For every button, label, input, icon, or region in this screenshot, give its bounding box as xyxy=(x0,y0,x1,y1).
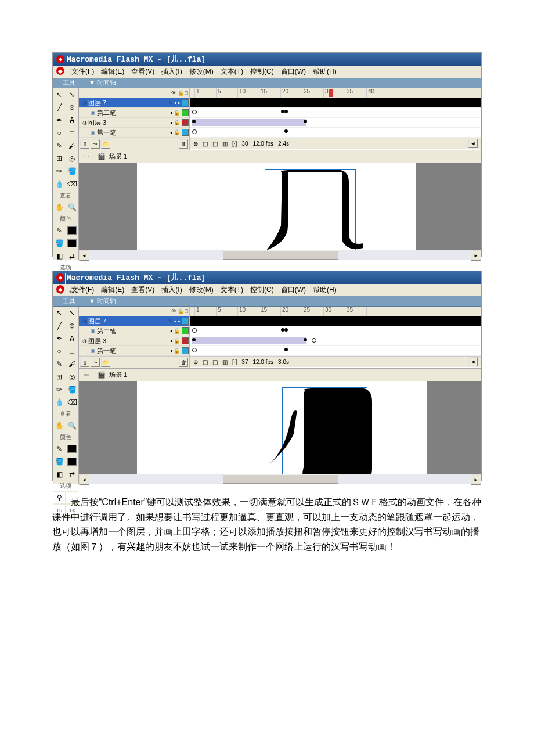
lock-column-icon[interactable]: 🔒 xyxy=(178,308,184,314)
add-guide-button[interactable]: ⤳ xyxy=(91,139,100,149)
layer-row[interactable]: ◑ 图层 7 ✎ •• xyxy=(79,316,189,326)
scroll-left[interactable]: ◄ xyxy=(468,139,478,148)
center-frame-icon[interactable]: ⊕ xyxy=(193,141,198,147)
paint-bucket-tool[interactable]: 🪣 xyxy=(66,383,78,396)
frames-panel[interactable]: 1 5 10 15 20 25 30 35 xyxy=(190,307,481,368)
menu-view[interactable]: 查看(V) xyxy=(131,285,154,295)
fill-color[interactable]: 🪣 xyxy=(53,237,66,250)
fill-transform-tool[interactable]: ◎ xyxy=(66,152,78,165)
lock-column-icon[interactable]: 🔒 xyxy=(178,90,184,96)
add-folder-button[interactable]: 📁 xyxy=(101,358,110,367)
layer-row[interactable]: ◑ 图层 3 • 🔒 xyxy=(79,118,189,128)
timeline-ruler[interactable]: 1 5 10 15 20 25 30 35 40 xyxy=(190,88,481,98)
menu-insert[interactable]: 插入(I) xyxy=(161,285,182,295)
swap-colors[interactable]: ⇄ xyxy=(66,250,78,262)
layer-row[interactable]: ▣ 第一笔 • 🔒 xyxy=(79,128,189,138)
menu-edit[interactable]: 编辑(E) xyxy=(101,285,124,295)
text-tool[interactable]: A xyxy=(66,332,78,345)
outline-column-icon[interactable]: □ xyxy=(185,308,188,314)
ink-tool[interactable]: ✑ xyxy=(53,383,66,396)
layer-row[interactable]: ▣ 第二笔 • 🔒 xyxy=(79,108,189,118)
stroke-color[interactable]: ✎ xyxy=(53,442,66,455)
scroll-right-button[interactable]: ► xyxy=(471,250,481,261)
menu-help[interactable]: 帮助(H) xyxy=(313,67,337,77)
markers-icon[interactable]: [·] xyxy=(232,141,237,147)
delete-layer-button[interactable]: 🗑 xyxy=(179,139,188,149)
h-scrollbar[interactable]: ◄ ► xyxy=(79,474,481,484)
eye-column-icon[interactable]: 👁 xyxy=(171,90,176,96)
timeline-ruler[interactable]: 1 5 10 15 20 25 30 35 xyxy=(190,307,481,316)
eyedropper-tool[interactable]: 💧 xyxy=(53,178,66,190)
menu-file[interactable]: 文件(F) xyxy=(71,67,94,77)
fill-color[interactable]: 🪣 xyxy=(53,455,66,468)
back-arrow-icon[interactable]: ⇦ xyxy=(84,371,89,379)
arrow-tool[interactable]: ↖ xyxy=(53,307,66,319)
scene-name[interactable]: 场景 1 xyxy=(109,370,127,379)
brush-tool[interactable]: 🖌 xyxy=(66,358,78,370)
arrow-tool[interactable]: ↖ xyxy=(53,88,66,101)
h-scrollbar[interactable]: ◄ ► xyxy=(79,250,481,260)
paint-bucket-tool[interactable]: 🪣 xyxy=(66,165,78,178)
rect-tool[interactable]: □ xyxy=(66,345,78,358)
line-tool[interactable]: ╱ xyxy=(53,101,66,114)
menu-window[interactable]: 窗口(W) xyxy=(281,67,306,77)
onion-icon[interactable]: ◫ xyxy=(203,141,208,147)
menu-edit[interactable]: 编辑(E) xyxy=(101,67,124,77)
swap-colors[interactable]: ⇄ xyxy=(66,468,78,481)
eraser-tool[interactable]: ⌫ xyxy=(66,178,78,190)
scroll-left-button[interactable]: ◄ xyxy=(79,474,89,485)
brush-tool[interactable]: 🖌 xyxy=(66,139,78,152)
subselect-tool[interactable]: ⤡ xyxy=(66,307,78,319)
default-colors[interactable]: ◧ xyxy=(53,468,66,481)
back-arrow-icon[interactable]: ⇦ xyxy=(84,153,89,160)
onion-outline-icon[interactable]: ◫ xyxy=(212,141,218,147)
eraser-tool[interactable]: ⌫ xyxy=(66,396,78,409)
menu-help[interactable]: 帮助(H) xyxy=(313,285,337,295)
menu-insert[interactable]: 插入(I) xyxy=(161,67,182,77)
scroll-right-button[interactable]: ► xyxy=(471,474,481,485)
scroll-left-button[interactable]: ◄ xyxy=(79,250,89,261)
fill-transform-tool[interactable]: ◎ xyxy=(66,370,78,383)
frames-panel[interactable]: 1 5 10 15 20 25 30 35 40 xyxy=(190,88,481,150)
transform-tool[interactable]: ⊞ xyxy=(53,152,66,165)
text-tool[interactable]: A xyxy=(66,114,78,127)
ink-tool[interactable]: ✑ xyxy=(53,165,66,178)
menu-window[interactable]: 窗口(W) xyxy=(281,285,306,295)
stroke-color[interactable]: ✎ xyxy=(53,224,66,237)
menu-control[interactable]: 控制(C) xyxy=(250,285,274,295)
hand-tool[interactable]: ✋ xyxy=(53,201,66,214)
add-guide-button[interactable]: ⤳ xyxy=(91,358,100,367)
delete-layer-button[interactable]: 🗑 xyxy=(179,358,188,367)
stroke-swatch[interactable] xyxy=(66,442,78,455)
menu-text[interactable]: 文本(T) xyxy=(221,67,243,77)
timeline-panel-header[interactable]: ▼ 时间轴 xyxy=(85,78,481,88)
rect-tool[interactable]: □ xyxy=(66,127,78,139)
eye-column-icon[interactable]: 👁 xyxy=(171,308,176,314)
line-tool[interactable]: ╱ xyxy=(53,319,66,332)
fill-swatch[interactable] xyxy=(66,455,78,468)
layer-row[interactable]: ◑ 图层 7 ✎ •• xyxy=(79,98,189,108)
zoom-tool[interactable]: 🔍 xyxy=(66,419,78,432)
multi-frame-icon[interactable]: ▥ xyxy=(222,141,228,147)
menu-file[interactable]: 文件(F) xyxy=(71,285,94,295)
outline-column-icon[interactable]: □ xyxy=(185,90,188,96)
scene-name[interactable]: 场景 1 xyxy=(109,152,127,161)
add-layer-button[interactable]: ▯ xyxy=(80,139,89,149)
transform-tool[interactable]: ⊞ xyxy=(53,370,66,383)
multi-frame-icon[interactable]: ▥ xyxy=(222,359,228,365)
add-folder-button[interactable]: 📁 xyxy=(101,139,110,149)
markers-icon[interactable]: [·] xyxy=(232,359,237,365)
lasso-tool[interactable]: ⊙ xyxy=(66,101,78,114)
oval-tool[interactable]: ○ xyxy=(53,127,66,139)
hand-tool[interactable]: ✋ xyxy=(53,419,66,432)
center-frame-icon[interactable]: ⊕ xyxy=(193,359,198,365)
pencil-tool[interactable]: ✎ xyxy=(53,358,66,370)
pen-tool[interactable]: ✒ xyxy=(53,332,66,345)
layer-row[interactable]: ▣ 第二笔 • 🔒 xyxy=(79,326,189,336)
option-magnet[interactable]: ⚲ xyxy=(53,491,66,504)
default-colors[interactable]: ◧ xyxy=(53,250,66,262)
eyedropper-tool[interactable]: 💧 xyxy=(53,396,66,409)
zoom-tool[interactable]: 🔍 xyxy=(66,201,78,214)
stage[interactable] xyxy=(79,381,481,474)
pencil-tool[interactable]: ✎ xyxy=(53,139,66,152)
